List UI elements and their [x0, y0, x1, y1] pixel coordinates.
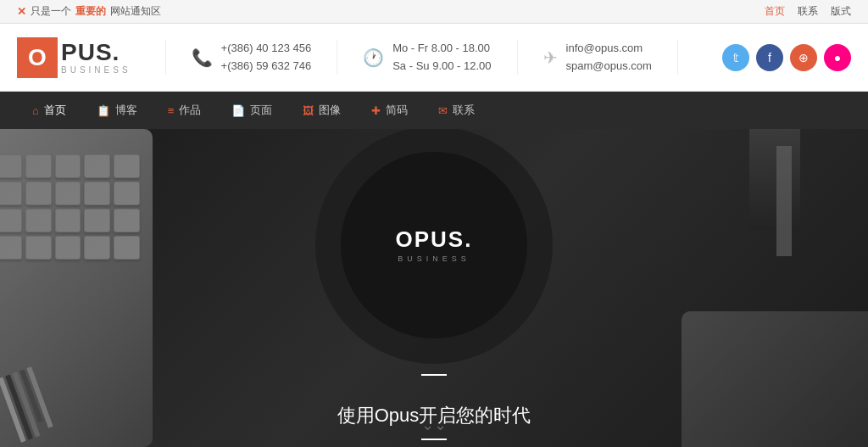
top-nav-contact[interactable]: 联系 — [798, 4, 818, 19]
main-nav: ⌂ 首页 📋 博客 ≡ 作品 📄 页面 🖼 图像 ✚ 简码 ✉ 联系 — [0, 92, 868, 129]
phone-icon: 📞 — [192, 47, 213, 68]
key — [55, 236, 81, 260]
ruler-decoration — [749, 129, 800, 231]
home-nav-icon: ⌂ — [32, 104, 39, 117]
phone-line1: +(386) 40 123 456 — [221, 40, 312, 58]
key — [25, 209, 52, 232]
social-area: 𝕥 f ⊕ ● — [722, 44, 851, 71]
hero-circle-container: OPUS. BUSINESS 使用Opus开启您的时代 — [315, 129, 553, 447]
key — [55, 154, 81, 178]
notification-highlight: 重要的 — [75, 4, 106, 19]
portfolio-nav-icon: ≡ — [168, 104, 175, 117]
close-icon[interactable]: ✕ — [17, 5, 26, 18]
nav-item-contact[interactable]: ✉ 联系 — [423, 92, 490, 129]
hours-line2: Sa - Su 9.00 - 12.00 — [392, 58, 491, 75]
key — [55, 182, 81, 205]
blog-nav-icon: 📋 — [97, 104, 110, 117]
nav-item-home[interactable]: ⌂ 首页 — [17, 92, 81, 129]
logo-letter: O — [28, 44, 47, 71]
key — [84, 182, 110, 205]
key — [114, 236, 140, 260]
notification-bar: ✕ 只是一个 重要的 网站通知区 首页 联系 版式 — [0, 0, 868, 24]
hero-logo-text: OPUS. — [396, 226, 473, 252]
hero-logo-sub: BUSINESS — [398, 254, 470, 263]
nav-label-portfolio: 作品 — [179, 103, 201, 118]
nav-item-images[interactable]: 🖼 图像 — [287, 92, 356, 129]
key — [114, 182, 140, 205]
facebook-button[interactable]: f — [756, 44, 783, 71]
hours-line1: Mo - Fr 8.00 - 18.00 — [392, 40, 491, 58]
images-nav-icon: 🖼 — [303, 104, 314, 117]
nav-item-blog[interactable]: 📋 博客 — [81, 92, 153, 129]
email-line1: info@opus.com — [566, 40, 652, 58]
logo-text: PUS. BUSINESS — [61, 41, 131, 75]
hero-circle-inner: OPUS. BUSINESS — [341, 152, 527, 338]
top-nav-style[interactable]: 版式 — [831, 4, 851, 19]
key — [0, 154, 22, 178]
nav-item-pages[interactable]: 📄 页面 — [216, 92, 287, 129]
logo-business: BUSINESS — [61, 66, 131, 75]
key — [25, 236, 52, 260]
notification-prefix: 只是一个 — [31, 4, 71, 19]
top-header: O PUS. BUSINESS 📞 +(386) 40 123 456 +(38… — [0, 24, 868, 92]
ruler-side — [776, 146, 792, 256]
nav-item-shortcodes[interactable]: ✚ 简码 — [356, 92, 423, 129]
hero-divider — [421, 374, 447, 376]
key — [55, 209, 81, 232]
globe-button[interactable]: ⊕ — [790, 44, 817, 71]
top-right-nav: 首页 联系 版式 — [765, 4, 851, 19]
phone-text: +(386) 40 123 456 +(386) 59 632 746 — [221, 40, 312, 75]
hero-logo: OPUS. — [396, 226, 473, 253]
top-nav-home[interactable]: 首页 — [765, 4, 785, 19]
logo-pus: PUS. — [61, 41, 131, 64]
nav-item-portfolio[interactable]: ≡ 作品 — [153, 92, 217, 129]
nav-label-images: 图像 — [319, 103, 341, 118]
key — [0, 182, 22, 205]
hours-text: Mo - Fr 8.00 - 18.00 Sa - Su 9.00 - 12.0… — [392, 40, 491, 75]
hero-section: OPUS. BUSINESS 使用Opus开启您的时代 ⌄⌄ — [0, 129, 868, 447]
key — [0, 236, 22, 260]
flickr-button[interactable]: ● — [824, 44, 851, 71]
nav-label-blog: 博客 — [115, 103, 137, 118]
contact-email: ✈ info@opus.com spam@opus.com — [518, 40, 678, 75]
contact-hours: 🕐 Mo - Fr 8.00 - 18.00 Sa - Su 9.00 - 12… — [337, 40, 517, 75]
scroll-indicator[interactable]: ⌄⌄ — [421, 416, 447, 434]
tablet-decoration — [682, 311, 868, 447]
key — [84, 209, 110, 232]
key — [25, 182, 52, 205]
email-icon: ✈ — [543, 47, 558, 68]
notification-suffix: 网站通知区 — [110, 4, 161, 19]
key — [114, 209, 140, 232]
contact-phone: 📞 +(386) 40 123 456 +(386) 59 632 746 — [165, 40, 338, 75]
shortcodes-nav-icon: ✚ — [371, 104, 381, 117]
phone-line2: +(386) 59 632 746 — [221, 58, 312, 75]
hero-divider-bottom — [421, 439, 447, 440]
email-line2: spam@opus.com — [566, 58, 652, 75]
contact-nav-icon: ✉ — [438, 104, 448, 117]
twitter-button[interactable]: 𝕥 — [722, 44, 749, 71]
nav-label-home: 首页 — [44, 103, 66, 118]
pages-nav-icon: 📄 — [231, 104, 245, 117]
key — [84, 236, 110, 260]
key — [114, 154, 140, 178]
logo-box: O — [17, 37, 58, 78]
contact-section: 📞 +(386) 40 123 456 +(386) 59 632 746 🕐 … — [165, 40, 722, 75]
email-text: info@opus.com spam@opus.com — [566, 40, 652, 75]
nav-label-pages: 页面 — [250, 103, 272, 118]
hero-circle-outer: OPUS. BUSINESS — [315, 129, 553, 364]
key — [25, 154, 52, 178]
keyboard-keys — [0, 137, 153, 277]
scroll-icon: ⌄⌄ — [421, 416, 447, 433]
nav-label-shortcodes: 简码 — [386, 103, 408, 118]
logo-area[interactable]: O PUS. BUSINESS — [17, 37, 131, 78]
clock-icon: 🕐 — [363, 47, 384, 68]
key — [84, 154, 110, 178]
key — [0, 209, 22, 232]
nav-label-contact: 联系 — [453, 103, 475, 118]
